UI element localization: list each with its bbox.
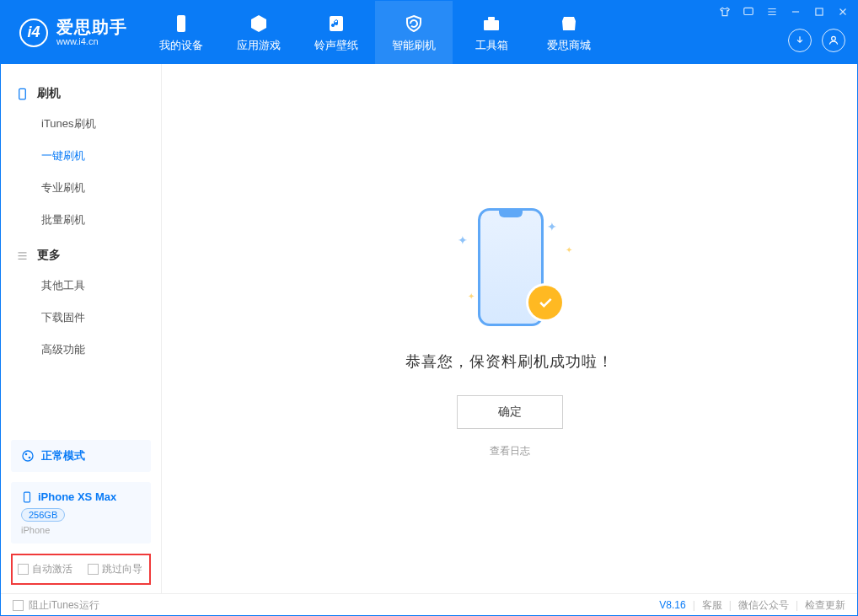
checkbox-icon [13,600,24,611]
device-capacity: 256GB [21,508,65,522]
svg-rect-3 [488,17,495,20]
check-badge-icon [528,286,562,319]
checkbox-label: 自动激活 [32,562,72,576]
sidebar-item-oneclick-flash[interactable]: 一键刷机 [1,140,161,172]
footer: 阻止iTunes运行 V8.16 | 客服 | 微信公众号 | 检查更新 [1,593,857,616]
toolbox-icon [480,13,502,35]
svg-point-8 [23,451,33,461]
svg-point-6 [832,36,836,40]
nav-toolbox[interactable]: 工具箱 [453,1,530,64]
music-icon [325,13,347,35]
checkbox-auto-activate[interactable]: 自动激活 [18,562,72,576]
checkbox-icon [18,564,29,575]
group-title: 刷机 [37,86,61,101]
phone-icon [16,88,29,100]
maximize-icon[interactable] [813,6,825,18]
success-message: 恭喜您，保资料刷机成功啦！ [405,351,614,372]
feedback-icon[interactable] [743,6,754,18]
device-type: iPhone [21,525,141,535]
support-link[interactable]: 客服 [702,598,722,613]
svg-rect-2 [484,20,499,30]
minimize-icon[interactable] [790,6,802,18]
nav-label: 铃声壁纸 [314,38,358,53]
main-content: ✦ ✦ ✦ ✦ 恭喜您，保资料刷机成功啦！ 确定 查看日志 [162,64,857,593]
tshirt-icon[interactable] [719,6,731,18]
ok-button[interactable]: 确定 [457,395,563,429]
sidebar-group-flash[interactable]: 刷机 [1,79,161,108]
options-highlight-box: 自动激活 跳过向导 [11,554,151,585]
view-log-link[interactable]: 查看日志 [490,444,530,458]
app-title: 爱思助手 [56,18,127,36]
success-illustration: ✦ ✦ ✦ ✦ [442,200,577,335]
svg-rect-0 [177,15,185,32]
sidebar-item-itunes-flash[interactable]: iTunes刷机 [1,108,161,140]
group-title: 更多 [37,248,61,263]
svg-point-10 [29,457,31,459]
logo-area: i4 爱思助手 www.i4.cn [1,1,142,64]
sidebar-item-advanced[interactable]: 高级功能 [1,334,161,366]
svg-rect-11 [24,492,30,502]
sparkle-icon: ✦ [547,220,557,233]
refresh-shield-icon [403,13,425,35]
cube-icon [248,13,270,35]
checkbox-icon [88,564,99,575]
list-icon [16,249,29,262]
checkbox-skip-guide[interactable]: 跳过向导 [88,562,142,576]
version-label: V8.16 [659,599,685,611]
nav-label: 应用游戏 [237,38,281,53]
svg-rect-4 [744,8,753,14]
mode-card[interactable]: 正常模式 [11,440,151,472]
sidebar: 刷机 iTunes刷机 一键刷机 专业刷机 批量刷机 更多 其他工具 下载固件 … [1,64,162,593]
nav-label: 工具箱 [475,38,508,53]
device-card[interactable]: iPhone XS Max 256GB iPhone [11,482,151,544]
device-icon [21,491,33,503]
mode-icon [21,449,35,463]
device-name: iPhone XS Max [38,490,116,503]
download-button[interactable] [788,29,812,52]
mode-label: 正常模式 [41,448,85,463]
sidebar-item-batch-flash[interactable]: 批量刷机 [1,204,161,236]
nav-store[interactable]: 爱思商城 [530,1,608,64]
nav-label: 我的设备 [159,38,203,53]
menu-icon[interactable] [766,6,778,18]
checkbox-label: 跳过向导 [102,562,142,576]
app-header: i4 爱思助手 www.i4.cn 我的设备 应用游戏 铃声壁纸 智能刷机 工具… [1,1,857,64]
nav-my-device[interactable]: 我的设备 [142,1,220,64]
svg-rect-5 [816,8,823,15]
close-icon[interactable] [837,6,849,18]
shop-icon [558,13,580,35]
device-icon [170,13,192,35]
nav-smart-flash[interactable]: 智能刷机 [375,1,453,64]
svg-rect-7 [19,88,26,99]
top-nav: 我的设备 应用游戏 铃声壁纸 智能刷机 工具箱 爱思商城 [142,1,608,64]
checkbox-block-itunes[interactable]: 阻止iTunes运行 [13,598,99,613]
sidebar-item-pro-flash[interactable]: 专业刷机 [1,172,161,204]
sidebar-item-download-firmware[interactable]: 下载固件 [1,302,161,334]
sidebar-item-other-tools[interactable]: 其他工具 [1,270,161,302]
window-controls [719,6,849,18]
sparkle-icon: ✦ [458,233,468,247]
logo-icon: i4 [19,19,48,47]
sparkle-icon: ✦ [468,292,475,301]
nav-label: 爱思商城 [547,38,591,53]
sparkle-icon: ✦ [566,245,572,254]
app-subtitle: www.i4.cn [56,36,127,46]
nav-ringtones[interactable]: 铃声壁纸 [298,1,375,64]
nav-label: 智能刷机 [392,38,436,53]
wechat-link[interactable]: 微信公众号 [738,598,789,613]
account-button[interactable] [822,29,845,52]
checkbox-label: 阻止iTunes运行 [29,598,99,613]
svg-point-9 [25,453,28,456]
check-update-link[interactable]: 检查更新 [805,598,845,613]
nav-apps-games[interactable]: 应用游戏 [220,1,298,64]
sidebar-group-more[interactable]: 更多 [1,241,161,270]
